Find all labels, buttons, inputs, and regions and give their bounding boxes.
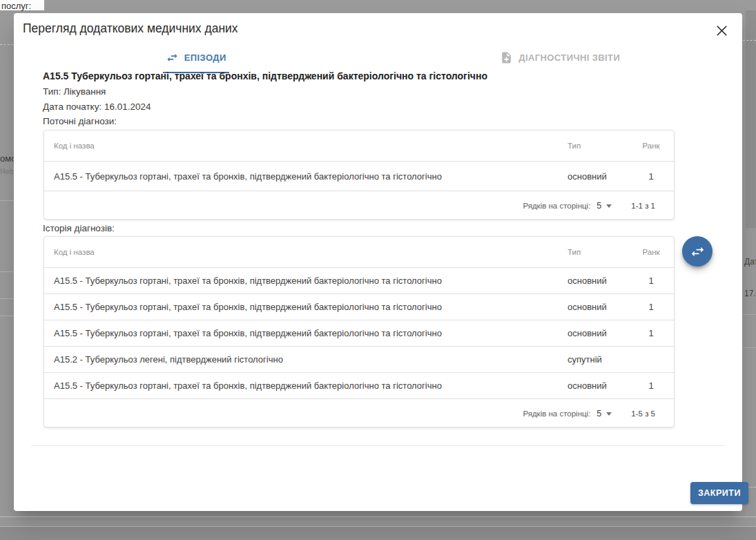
- screen: послуг: омо f4eb Дата 17.0 Перегляд дода…: [0, 0, 756, 540]
- swap-horizontal-icon: [166, 51, 179, 64]
- background-band: [0, 526, 756, 540]
- close-icon[interactable]: [713, 21, 730, 39]
- rows-per-page-label: Рядків на сторінці:: [523, 202, 590, 210]
- tab-diagnostic-reports: ДІАГНОСТИЧНІ ЗВІТИ: [378, 41, 743, 74]
- diagnosis-rank: 1: [627, 171, 675, 182]
- episode-heading: A15.5 Туберкульоз гортані, трахеї та бро…: [43, 70, 706, 81]
- history-diagnoses-table: Код і назва Тип Ранк A15.5 - Туберкульоз…: [43, 236, 675, 427]
- diagnosis-name: A15.5 - Туберкульоз гортані, трахеї та б…: [44, 380, 568, 391]
- tab-episodes-label: ЕПІЗОДИ: [184, 52, 226, 63]
- column-header-rank: Ранк: [627, 142, 675, 150]
- column-header-type: Тип: [568, 142, 627, 150]
- background-dashed-line: [743, 40, 756, 41]
- tab-episodes[interactable]: ЕПІЗОДИ: [14, 41, 378, 74]
- column-header-name: Код і назва: [44, 142, 568, 150]
- rows-per-page-label: Рядків на сторінці:: [523, 409, 590, 418]
- diagnosis-name: A15.5 - Туберкульоз гортані, трахеї та б…: [44, 276, 568, 286]
- background-divider: [0, 517, 756, 517]
- table-header-row: Код і назва Тип Ранк: [44, 131, 674, 161]
- diagnosis-type: основний: [568, 171, 627, 182]
- background-divider: [0, 271, 14, 272]
- current-diagnoses-label: Поточні діагнози:: [43, 116, 117, 126]
- dialog-tabs: ЕПІЗОДИ ДІАГНОСТИЧНІ ЗВІТИ: [14, 41, 742, 74]
- column-header-name: Код і назва: [44, 248, 568, 256]
- swap-horizontal-icon: [690, 244, 706, 260]
- diagnosis-name: A15.5 - Туберкульоз гортані, трахеї та б…: [44, 171, 568, 182]
- rows-per-page-value: 5: [597, 201, 601, 211]
- swap-episodes-button[interactable]: [682, 236, 713, 267]
- background-text-fragment: 17.0: [744, 289, 756, 298]
- diagnosis-type: основний: [568, 328, 627, 338]
- table-row: A15.5 - Туберкульоз гортані, трахеї та б…: [44, 372, 674, 398]
- document-add-icon: [500, 51, 513, 64]
- background-column: [746, 10, 756, 228]
- background-divider: [743, 347, 756, 348]
- history-diagnoses-label: Історія діагнозів:: [43, 223, 115, 233]
- diagnosis-rank: 1: [627, 276, 675, 286]
- table-pagination: Рядків на сторінці: 5 1-1 з 1: [44, 191, 674, 220]
- tab-diagnostic-reports-label: ДІАГНОСТИЧНІ ЗВІТИ: [518, 52, 620, 63]
- table-row: A15.5 - Туберкульоз гортані, трахеї та б…: [44, 267, 674, 293]
- dialog-title: Перегляд додаткових медичних даних: [23, 21, 238, 36]
- rows-per-page-select[interactable]: 5: [597, 409, 612, 418]
- medical-data-dialog: Перегляд додаткових медичних даних ЕПІЗО…: [14, 13, 742, 511]
- background-divider: [743, 314, 756, 315]
- table-row: A15.2 - Туберкульоз легені, підтверджени…: [44, 346, 674, 372]
- diagnosis-name: A15.5 - Туберкульоз гортані, трахеї та б…: [44, 328, 568, 338]
- diagnosis-rank: 1: [627, 328, 675, 338]
- column-header-rank: Ранк: [627, 248, 675, 256]
- table-pagination: Рядків на сторінці: 5 1-5 з 5: [44, 398, 674, 427]
- table-header-row: Код і назва Тип Ранк: [44, 237, 674, 267]
- background-text-fragment: послуг:: [0, 0, 44, 10]
- episode-type: Тип: Лікування: [43, 86, 106, 97]
- table-row: A15.5 - Туберкульоз гортані, трахеї та б…: [44, 161, 674, 191]
- diagnosis-name: A15.2 - Туберкульоз легені, підтверджени…: [44, 354, 568, 365]
- diagnosis-type: основний: [568, 302, 627, 312]
- diagnosis-name: A15.5 - Туберкульоз гортані, трахеї та б…: [44, 302, 568, 312]
- rows-per-page-select[interactable]: 5: [597, 201, 612, 211]
- diagnosis-rank: 1: [627, 302, 675, 312]
- diagnosis-type: основний: [568, 380, 627, 391]
- pagination-range: 1-1 з 1: [631, 202, 655, 210]
- dropdown-caret-icon: [606, 204, 612, 208]
- content-divider: [31, 445, 725, 446]
- table-row: A15.5 - Туберкульоз гортані, трахеї та б…: [44, 293, 674, 320]
- diagnosis-rank: 1: [627, 380, 675, 391]
- table-row: A15.5 - Туберкульоз гортані, трахеї та б…: [44, 320, 674, 346]
- close-dialog-button[interactable]: ЗАКРИТИ: [690, 482, 748, 504]
- diagnosis-type: супутній: [568, 354, 627, 365]
- episode-start-date: Дата початку: 16.01.2024: [43, 102, 151, 112]
- background-text-fragment: Дата: [744, 257, 756, 267]
- diagnosis-type: основний: [568, 276, 627, 286]
- dropdown-caret-icon: [606, 412, 612, 416]
- rows-per-page-value: 5: [597, 409, 601, 418]
- background-divider: [0, 298, 14, 299]
- background-code-fragment: f4eb: [0, 168, 13, 175]
- background-divider: [0, 200, 14, 201]
- current-diagnoses-table: Код і назва Тип Ранк A15.5 - Туберкульоз…: [43, 130, 675, 220]
- background-divider: [0, 316, 14, 316]
- pagination-range: 1-5 з 5: [631, 409, 655, 418]
- column-header-type: Тип: [568, 248, 627, 256]
